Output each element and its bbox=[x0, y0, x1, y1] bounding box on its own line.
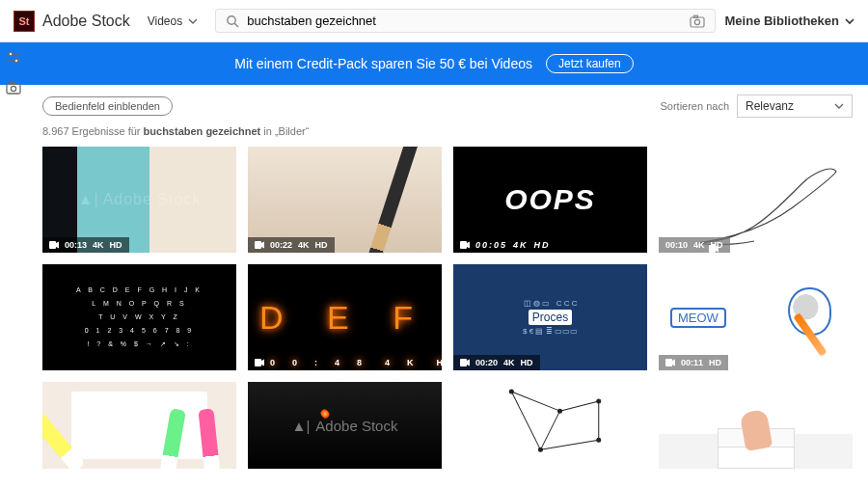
svg-rect-17 bbox=[460, 359, 467, 366]
brand-name: Adobe Stock bbox=[42, 13, 130, 30]
result-thumb[interactable]: ◫ ◍ ▭ C C C Proces $ € ▤ ≣ ▭▭▭ 00:204KHD bbox=[453, 264, 647, 370]
thumb-text: D E F bbox=[259, 299, 430, 337]
sliders-icon[interactable] bbox=[6, 50, 21, 66]
thumb-badge: 00:134KHD bbox=[42, 237, 129, 253]
thumb-badge: 00:11HD bbox=[659, 355, 728, 370]
svg-rect-9 bbox=[7, 84, 20, 94]
svg-point-27 bbox=[538, 447, 542, 451]
sort-dropdown[interactable]: Relevanz bbox=[737, 95, 853, 118]
svg-rect-11 bbox=[11, 82, 14, 84]
sort-control: Sortieren nach Relevanz bbox=[660, 95, 853, 118]
sort-label: Sortieren nach bbox=[660, 100, 729, 112]
results-term: buchstaben gezeichnet bbox=[144, 125, 261, 137]
feather-icon bbox=[687, 154, 841, 251]
thumb-badge: 00:204KHD bbox=[453, 355, 540, 370]
svg-line-19 bbox=[511, 392, 559, 411]
svg-line-1 bbox=[234, 23, 238, 27]
thumb-doodle: $ € ▤ ≣ ▭▭▭ bbox=[523, 327, 578, 336]
thumb-text: MEOW bbox=[670, 308, 726, 328]
svg-point-25 bbox=[509, 390, 513, 393]
svg-line-23 bbox=[540, 440, 598, 449]
result-thumb[interactable]: A B C D E F G H I J K L M N O P Q R S T … bbox=[42, 264, 236, 370]
svg-point-29 bbox=[597, 438, 601, 442]
svg-line-20 bbox=[540, 411, 559, 449]
thumb-badge: 00:484KHD bbox=[248, 355, 442, 370]
svg-rect-14 bbox=[460, 241, 467, 249]
chevron-down-icon bbox=[845, 16, 854, 26]
promo-banner: Mit einem Credit-Pack sparen Sie 50 € be… bbox=[0, 42, 868, 85]
svg-rect-15 bbox=[709, 245, 716, 253]
search-input[interactable] bbox=[247, 14, 681, 28]
svg-point-0 bbox=[228, 15, 235, 23]
results-count: 8.967 bbox=[42, 125, 69, 137]
result-thumb[interactable]: ▲|Adobe Stock 00:134KHD bbox=[42, 147, 236, 253]
result-thumb[interactable]: 00:104KHD bbox=[659, 147, 853, 253]
video-icon bbox=[460, 241, 470, 249]
result-thumb[interactable] bbox=[659, 382, 853, 469]
result-thumb[interactable]: 00:224KHD bbox=[248, 147, 442, 253]
content: Bedienfeld einblenden Sortieren nach Rel… bbox=[27, 85, 868, 488]
svg-point-10 bbox=[11, 86, 15, 91]
thumb-text: A B C D E F G H I J K L M N O P Q R S T … bbox=[76, 284, 203, 351]
svg-line-22 bbox=[560, 401, 599, 411]
banner-cta-button[interactable]: Jetzt kaufen bbox=[546, 54, 634, 73]
result-thumb[interactable]: ▲|Adobe Stock bbox=[248, 382, 442, 469]
thumb-badge: 00:054KHD bbox=[453, 237, 557, 253]
libraries-menu[interactable]: Meine Bibliotheken bbox=[725, 14, 854, 28]
svg-point-28 bbox=[597, 399, 601, 403]
svg-point-3 bbox=[694, 19, 699, 24]
svg-rect-16 bbox=[255, 359, 261, 366]
video-icon bbox=[665, 359, 675, 366]
result-thumb[interactable] bbox=[453, 382, 647, 469]
chevron-down-icon bbox=[188, 16, 198, 26]
sidebar bbox=[0, 42, 27, 488]
camera-icon[interactable] bbox=[6, 81, 21, 95]
thumb-text: Proces bbox=[529, 310, 572, 325]
results-grid: ▲|Adobe Stock 00:134KHD 00:224KHD OOPS 0… bbox=[42, 147, 853, 370]
video-icon bbox=[255, 241, 264, 249]
thumb-doodle bbox=[42, 412, 86, 469]
libraries-label: Meine Bibliotheken bbox=[725, 14, 839, 28]
results-summary: 8.967 Ergebnisse für buchstaben gezeichn… bbox=[42, 125, 853, 137]
thumb-badge: 00:224KHD bbox=[248, 237, 335, 253]
network-icon bbox=[453, 382, 647, 469]
svg-rect-12 bbox=[49, 241, 56, 249]
video-icon bbox=[709, 245, 719, 253]
category-dropdown[interactable]: Videos bbox=[140, 11, 205, 32]
result-thumb[interactable]: D E F 00:484KHD bbox=[248, 264, 442, 370]
video-icon bbox=[49, 241, 59, 249]
thumb-text: OOPS bbox=[504, 183, 596, 216]
header: St Adobe Stock Videos Meine Bibliotheken bbox=[0, 0, 868, 42]
sort-value: Relevanz bbox=[746, 99, 794, 113]
results-grid-row3: ▲|Adobe Stock bbox=[42, 382, 853, 469]
video-icon bbox=[460, 359, 470, 366]
brand: St Adobe Stock bbox=[14, 11, 130, 32]
thumb-doodle bbox=[198, 408, 220, 469]
thumb-doodle bbox=[159, 408, 186, 469]
search-bar bbox=[215, 9, 715, 33]
toggle-panel-button[interactable]: Bedienfeld einblenden bbox=[42, 96, 173, 116]
result-thumb[interactable]: MEOW 00:11HD bbox=[659, 264, 853, 370]
camera-icon[interactable] bbox=[690, 14, 705, 28]
thumb-doodle: ◫ ◍ ▭ C C C bbox=[524, 299, 578, 308]
video-icon bbox=[255, 359, 264, 366]
brand-logo-icon: St bbox=[14, 11, 35, 32]
svg-point-26 bbox=[558, 409, 562, 413]
svg-rect-4 bbox=[693, 15, 697, 17]
result-thumb[interactable]: OOPS 00:054KHD bbox=[453, 147, 647, 253]
svg-rect-2 bbox=[691, 17, 704, 27]
results-suffix: in „Bilder“ bbox=[263, 125, 309, 137]
search-icon bbox=[226, 14, 239, 28]
watermark: Adobe Stock bbox=[315, 418, 397, 434]
thumb-badge: 00:104KHD bbox=[659, 237, 730, 253]
svg-rect-18 bbox=[665, 359, 672, 366]
svg-point-8 bbox=[14, 59, 18, 63]
chevron-down-icon bbox=[834, 101, 844, 111]
category-label: Videos bbox=[148, 14, 182, 28]
svg-rect-13 bbox=[255, 241, 261, 249]
result-thumb[interactable] bbox=[42, 382, 236, 469]
content-toolbar: Bedienfeld einblenden Sortieren nach Rel… bbox=[42, 95, 853, 118]
svg-line-21 bbox=[511, 392, 540, 449]
results-prefix: Ergebnisse für bbox=[72, 125, 141, 137]
svg-point-6 bbox=[9, 52, 13, 56]
